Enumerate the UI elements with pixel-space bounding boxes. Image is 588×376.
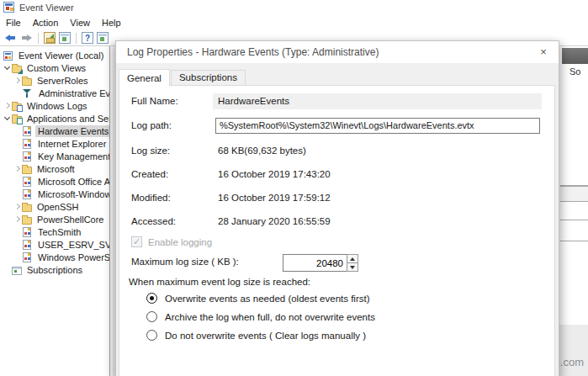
tree-item[interactable]: Administrative Even <box>0 87 109 99</box>
radio-icon[interactable] <box>146 330 157 341</box>
menu-help[interactable]: Help <box>97 16 128 29</box>
field-row: Log path: %SystemRoot%\System32\Winevt\L… <box>119 118 549 135</box>
help-icon[interactable] <box>82 32 93 44</box>
tree-item-label: Subscriptions <box>24 264 85 276</box>
expander-icon[interactable] <box>13 74 22 87</box>
show-console-tree-icon[interactable] <box>59 32 71 44</box>
expander-icon[interactable] <box>13 213 22 225</box>
dialog-titlebar: Log Properties - Hardware Events (Type: … <box>116 41 559 63</box>
forward-icon[interactable] <box>20 32 33 45</box>
menu-view[interactable]: View <box>65 16 97 29</box>
tree-item-label: Microsoft Office Ale <box>35 176 110 188</box>
tree-icon <box>23 88 34 99</box>
field-row: Modified: 16 October 2019 17:59:12 <box>119 190 549 207</box>
radio-icon[interactable] <box>146 293 157 304</box>
tree-icon <box>23 240 31 250</box>
field-row: Log size: 68 KB(69,632 bytes) <box>119 143 549 160</box>
field-label: Log size: <box>131 146 170 156</box>
tree-item[interactable]: Custom Views <box>0 61 109 74</box>
tree-item[interactable]: Windows PowerShel <box>0 251 109 263</box>
tab-general[interactable]: General <box>119 69 170 86</box>
tree-icon <box>23 151 31 162</box>
tree-icon <box>23 252 31 262</box>
expander-icon[interactable] <box>13 137 22 150</box>
tab-subscriptions[interactable]: Subscriptions <box>171 70 246 85</box>
field-label: Log path: <box>131 120 172 130</box>
expander-icon[interactable] <box>13 200 22 213</box>
spinner-up-button[interactable] <box>347 254 358 263</box>
enable-logging-label: Enable logging <box>148 237 212 247</box>
tree-item-label: ServerRoles <box>34 75 91 87</box>
expander-icon[interactable] <box>13 87 22 99</box>
tree-item[interactable]: Internet Explorer <box>0 137 109 150</box>
tree-item[interactable]: PowerShellCore <box>0 213 109 225</box>
expander-icon[interactable] <box>13 251 22 263</box>
show-action-pane-icon[interactable] <box>97 32 109 44</box>
background-list-row <box>560 220 588 241</box>
tree-item[interactable]: USER_ESRV_SVC_QU <box>0 238 109 251</box>
log-path-input[interactable]: %SystemRoot%\System32\Winevt\Logs\Hardwa… <box>215 118 540 134</box>
tree-item[interactable]: Applications and Servi <box>0 112 109 124</box>
tree-icon <box>23 139 31 149</box>
menu-file[interactable]: File <box>1 16 28 29</box>
background-partial-text: So <box>569 66 580 77</box>
radio-label: Archive the log when full, do not overwr… <box>165 312 375 322</box>
tree-item-label: OpenSSH <box>34 201 82 213</box>
close-icon[interactable]: × <box>535 44 552 61</box>
app-titlebar: Event Viewer <box>0 0 588 14</box>
tree-item[interactable]: Microsoft-Windows <box>0 188 109 200</box>
field-row: Full Name: HardwareEvents <box>119 93 549 110</box>
modified-value: 16 October 2019 17:59:12 <box>218 193 331 203</box>
tree-item-label: Hardware Events <box>35 125 110 137</box>
full-name-value: HardwareEvents <box>213 93 542 109</box>
tree-item[interactable]: Hardware Events <box>0 124 109 137</box>
tree-item-label: Custom Views <box>24 62 88 74</box>
log-size-value: 68 KB(69,632 bytes) <box>218 146 306 156</box>
tree-item[interactable]: TechSmith <box>0 225 109 238</box>
expander-icon[interactable] <box>13 238 22 251</box>
max-log-size-input[interactable] <box>283 254 347 272</box>
radio-option[interactable]: Overwrite events as needed (oldest event… <box>146 293 370 304</box>
menu-action[interactable]: Action <box>28 16 66 29</box>
spinner-down-button[interactable] <box>347 263 358 272</box>
radio-option[interactable]: Do not overwrite events ( Clear logs man… <box>146 330 366 341</box>
expander-icon[interactable] <box>13 124 22 137</box>
spinner <box>347 254 358 272</box>
background-list-row <box>560 185 588 202</box>
tree-item[interactable]: Key Management Se <box>0 150 109 162</box>
tree-item-label: Microsoft-Windows <box>35 188 110 200</box>
tree-icon <box>22 167 32 174</box>
radio-option[interactable]: Archive the log when full, do not overwr… <box>146 311 375 322</box>
tree-item[interactable]: OpenSSH <box>0 200 109 213</box>
app-title: Event Viewer <box>19 3 74 13</box>
tree-item-label: Administrative Even <box>36 87 110 99</box>
expander-icon[interactable] <box>3 99 12 112</box>
tab-strip: General Subscriptions <box>119 67 555 85</box>
expander-icon[interactable] <box>13 150 22 162</box>
expander-icon[interactable] <box>13 188 22 200</box>
expander-icon[interactable] <box>3 112 12 124</box>
toolbar-separator <box>76 33 77 44</box>
expander-icon[interactable] <box>13 162 22 175</box>
tree-icon <box>3 51 13 61</box>
expander-icon[interactable] <box>13 225 22 238</box>
tree-item[interactable]: Microsoft Office Ale <box>0 175 109 188</box>
back-icon[interactable] <box>4 32 17 45</box>
field-row: Accessed: 28 January 2020 16:55:59 <box>119 214 549 230</box>
toolbar-separator <box>38 33 39 44</box>
radio-icon[interactable] <box>146 311 157 322</box>
expander-icon[interactable] <box>3 61 12 74</box>
tree-item[interactable]: Microsoft <box>0 162 109 175</box>
radio-label: Overwrite events as needed (oldest event… <box>165 294 370 304</box>
field-label: Modified: <box>131 193 171 203</box>
tree-item-label: Key Management Se <box>35 151 110 162</box>
tree-item[interactable]: ServerRoles <box>0 74 109 87</box>
tree-item[interactable]: Windows Logs <box>0 99 109 112</box>
expander-icon[interactable] <box>3 263 12 276</box>
log-properties-dialog: Log Properties - Hardware Events (Type: … <box>115 40 559 376</box>
field-label: Accessed: <box>131 216 176 226</box>
tree-item[interactable]: Subscriptions <box>0 263 109 276</box>
tree-item[interactable]: Event Viewer (Local) <box>0 49 109 61</box>
export-list-icon[interactable] <box>44 32 56 44</box>
expander-icon[interactable] <box>13 175 22 188</box>
